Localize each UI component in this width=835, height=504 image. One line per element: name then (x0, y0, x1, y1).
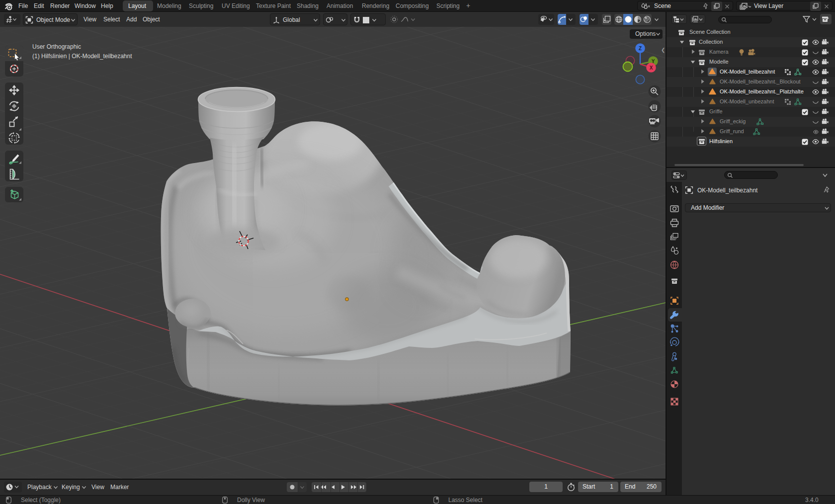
svg-text:Z: Z (639, 46, 642, 51)
svg-text:Y: Y (652, 59, 655, 64)
svg-text:❮: ❮ (661, 47, 665, 53)
svg-text:X: X (650, 65, 653, 71)
